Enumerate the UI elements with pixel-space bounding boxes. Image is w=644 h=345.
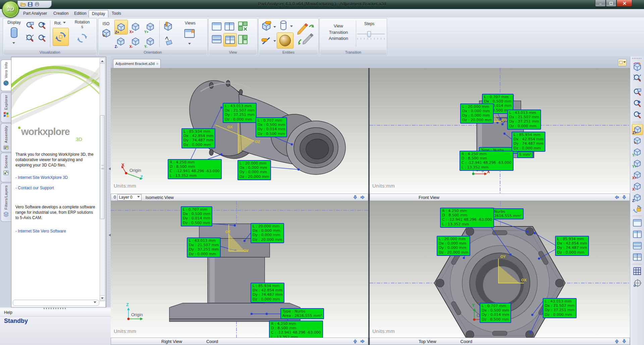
measurement-label[interactable]: L : 20.000 mm Dx : 0.000 mm Dy : 0.000 m… xyxy=(237,160,271,180)
menu-tab-tools[interactable]: Tools xyxy=(109,10,124,17)
scroll-down-button[interactable] xyxy=(100,295,105,301)
zoom-window-icon[interactable] xyxy=(24,20,35,31)
menu-tab-display[interactable]: Display xyxy=(89,10,108,17)
measurement-label[interactable]: L : 43.013 mm Dx : 21.507 mm Dy : 37.251… xyxy=(507,110,541,130)
display-button[interactable]: Display xyxy=(5,20,23,25)
measurement-label[interactable]: L : 85.934 mm Dx : 42.854 mm Dy : 74.487… xyxy=(555,236,589,256)
view-x-minus-button[interactable]: X- xyxy=(129,34,142,49)
measurement-label[interactable]: L : 85.934 mm Dx : 42.854 mm Dy : 74.487… xyxy=(181,128,215,148)
zoom-fit-icon[interactable] xyxy=(632,73,642,83)
measurement-label[interactable]: L : 0.707 mm Dx : 0.500 mm Dy : 0.014 mm… xyxy=(181,206,212,226)
view-x-plus-button[interactable]: X+ xyxy=(129,20,142,34)
sphere-entity-button-active[interactable] xyxy=(277,32,293,49)
measurement-label[interactable]: R : 4.250 mm D : 8.500 mm C : -12.941 48… xyxy=(440,208,494,228)
lock-rotation-icon[interactable] xyxy=(632,204,642,214)
mirror-view-icon[interactable] xyxy=(162,20,174,32)
close-button[interactable] xyxy=(616,0,632,7)
zoom-fit-icon[interactable] xyxy=(24,33,35,44)
sidebar-tab-vero-info[interactable]: Vero Info xyxy=(1,60,11,91)
zoom-out-icon[interactable] xyxy=(37,33,47,44)
measurement-label[interactable]: : Nurbs : 2616.555 mm² xyxy=(490,208,524,219)
datum-point-icon[interactable]: D xyxy=(632,278,642,288)
zoom-in-icon[interactable] xyxy=(632,98,642,109)
view-x-plus-button[interactable]: X+ xyxy=(632,169,642,180)
view-z-minus-button[interactable]: Z- xyxy=(632,192,642,203)
rotations-icon[interactable] xyxy=(75,31,90,45)
viewport-isometric[interactable]: OX OZ L : 43.013 mm Dx : 21.507 mm Dy : … xyxy=(111,68,368,194)
views-button[interactable] xyxy=(183,27,196,40)
link-internet-site-workxplore[interactable]: - Internet Site WorkXplore 3D xyxy=(15,175,68,180)
view-y-plus-button[interactable]: Y+ xyxy=(632,158,642,168)
rotation-button-active[interactable] xyxy=(53,28,69,46)
sidebar-tab-filters-layers[interactable]: Filters/Layers xyxy=(1,183,11,222)
two-vertical-views-button[interactable] xyxy=(223,21,235,32)
view-transition-icon[interactable] xyxy=(632,62,642,72)
toolbar-drag-handle[interactable] xyxy=(632,58,642,59)
scroll-up-button[interactable] xyxy=(100,58,105,64)
zoom-out-icon[interactable] xyxy=(632,110,642,120)
view-up-arrow[interactable] xyxy=(614,339,620,344)
menu-tab-edition[interactable]: Edition xyxy=(71,10,90,17)
layer-dropdown[interactable]: Layer 0 xyxy=(117,194,142,201)
multi-view-green-button[interactable] xyxy=(237,20,249,32)
sidebar-tab-assembly[interactable]: Assembly xyxy=(1,123,11,152)
menu-tab-part-analyser[interactable]: Part Analyser xyxy=(20,10,50,17)
two-vertical-views-button[interactable] xyxy=(632,229,642,239)
panel-bottom-combo[interactable] xyxy=(13,300,99,306)
observe-solid-button[interactable] xyxy=(261,20,272,32)
viewport-top[interactable]: OY OX : Nurbs : 2616.555 mm² R : 4.250 m… xyxy=(370,201,630,338)
sidebar-tab-explorer[interactable]: Explorer xyxy=(1,92,11,123)
measurement-label[interactable]: L : 0.707 mm Dx : 0.500 mm Dy : 0.014 mm… xyxy=(480,303,511,323)
cylinder-entity-caret[interactable] xyxy=(290,24,293,30)
view-x-minus-button[interactable]: X- xyxy=(632,181,642,191)
sidebar-splitter[interactable] xyxy=(106,56,111,312)
observe-solid-caret[interactable] xyxy=(273,24,276,30)
measurement-label[interactable]: Type : Nurbs Area : 2616.555 mm² xyxy=(280,308,324,319)
maximize-button[interactable] xyxy=(606,0,616,7)
zoom-in-icon[interactable] xyxy=(37,20,47,31)
title-bar[interactable]: Part Analyser 4.1.0 x64 (Manufacturing )… xyxy=(0,0,644,9)
compare-views-green-button[interactable] xyxy=(237,34,249,45)
four-views-button-active[interactable] xyxy=(223,33,237,47)
measurement-label[interactable]: L : 20.000 mm Dx : 0.000 mm Dy : 0.000 m… xyxy=(251,223,284,243)
display-dropdown-caret[interactable] xyxy=(12,41,15,47)
splitter-collapse-icon[interactable] xyxy=(107,167,111,170)
panel-options-icon[interactable] xyxy=(618,59,627,66)
zoom-window-icon[interactable] xyxy=(632,87,642,97)
measurement-label[interactable]: L : 20.000 mm Dx : 0.000 mm Dy : 0.000 m… xyxy=(460,104,494,124)
sidebar-tab-scenes[interactable]: Scenes xyxy=(1,153,11,182)
document-tab[interactable]: Adjustment Bracket.a3d xyxy=(113,59,161,68)
display-cylinder-icon[interactable] xyxy=(8,26,20,39)
view-y-minus-button[interactable]: Y- xyxy=(632,147,642,157)
viewport-front[interactable]: OZ OY L : 0.707 mm Dx : 0.500 mm Dy : 0.… xyxy=(370,68,630,194)
sidebar-scrollbar[interactable] xyxy=(100,58,105,301)
steps-slider[interactable] xyxy=(357,30,385,42)
view-y-minus-button[interactable]: Y- xyxy=(144,34,157,49)
view-down-arrow[interactable] xyxy=(622,195,627,200)
app-3d-logo[interactable]: 3D xyxy=(2,1,19,18)
link-contact-support[interactable]: - Contact our Support xyxy=(15,186,54,190)
single-view-button[interactable] xyxy=(632,218,642,228)
measurement-label[interactable]: 5 mm² xyxy=(517,151,533,158)
view-down-arrow[interactable] xyxy=(353,195,358,200)
help-bar[interactable]: Help xyxy=(0,309,111,317)
observe-measure-button[interactable] xyxy=(261,34,272,46)
two-horizontal-views-button[interactable] xyxy=(211,34,223,45)
view-from-point-icon[interactable] xyxy=(162,34,174,47)
view-right-arrow[interactable] xyxy=(360,195,365,200)
measurement-label[interactable]: L : 85.934 mm Dx : 42.854 mm Dy : 74.487… xyxy=(512,132,545,152)
measurement-label[interactable]: L : 43.013 mm Dx : 21.507 mm Dy : 37.251… xyxy=(187,237,221,258)
coord-label[interactable]: Coord xyxy=(461,339,472,344)
view-y-plus-button[interactable]: Y+ xyxy=(144,20,157,34)
view-transition-animation-button[interactable]: View Transition Animation xyxy=(321,22,356,43)
coord-label[interactable]: Coord xyxy=(206,339,218,344)
view-down-arrow[interactable] xyxy=(622,339,627,344)
rotations-button-label[interactable]: Rotation s xyxy=(69,19,95,30)
steps-slider-thumb[interactable] xyxy=(367,31,371,37)
edit-entities-button[interactable] xyxy=(295,20,316,48)
measurement-label[interactable]: L : 43.013 mm Dx : 21.507 mm Dy : 37.251… xyxy=(223,103,257,123)
minimize-button[interactable] xyxy=(595,0,606,7)
measurement-label[interactable]: R : 4.250 mm D : 8.500 mm C : -12.941 48… xyxy=(269,321,323,338)
four-views-button[interactable] xyxy=(632,252,642,262)
measurement-label[interactable]: L : 0.707 mm Dx : 0.500 mm Dy : 0.014 mm… xyxy=(256,117,287,137)
